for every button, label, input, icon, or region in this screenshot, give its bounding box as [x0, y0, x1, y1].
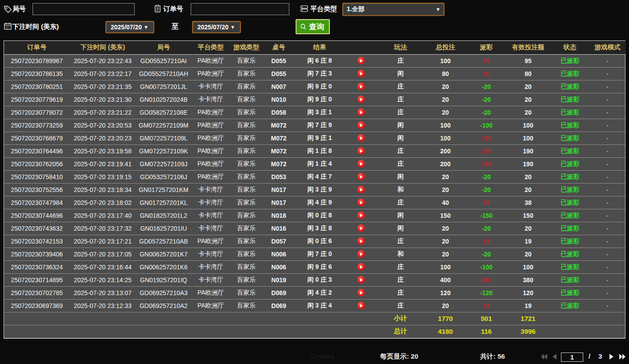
- cell-bet-time: 2025-07-20 23:17:40: [70, 209, 136, 222]
- game-no-input[interactable]: [32, 3, 135, 15]
- cell-play: [345, 196, 377, 209]
- search-button[interactable]: 查询: [296, 19, 330, 34]
- cell-bet-time: 2025-07-20 23:21:30: [70, 93, 136, 106]
- play-video-icon[interactable]: [357, 250, 365, 258]
- cell-game-no: GN006257201K6: [136, 260, 192, 273]
- play-video-icon[interactable]: [357, 289, 365, 296]
- cell-payout: -100: [467, 260, 505, 273]
- last-page-icon[interactable]: [619, 353, 626, 359]
- play-video-icon[interactable]: [357, 70, 365, 77]
- play-video-icon[interactable]: [357, 121, 365, 129]
- calendar-icon: [4, 22, 12, 30]
- cell-game-type: 百家乐: [230, 183, 263, 196]
- cell-bet-time: 2025-07-20 23:18:34: [70, 183, 136, 196]
- cell-status: 已派彩: [551, 196, 589, 209]
- cell-game-mode: -: [589, 80, 626, 93]
- page-number-input[interactable]: [561, 352, 583, 362]
- play-video-icon[interactable]: [357, 302, 365, 309]
- cell-order-no: 250720230752556: [4, 183, 70, 196]
- column-header: 状态: [551, 41, 589, 54]
- cell-result: 闲 4 庄 9: [295, 196, 345, 209]
- cell-valid-bet: 20: [505, 183, 551, 196]
- play-video-icon[interactable]: [357, 263, 365, 271]
- next-page-icon[interactable]: [609, 353, 614, 359]
- cell-bet-type: 闲: [377, 222, 424, 235]
- cell-bet-type: 和: [377, 248, 424, 260]
- play-video-icon[interactable]: [357, 186, 365, 193]
- play-video-icon[interactable]: [357, 224, 365, 232]
- cell-order-no: 250720230739406: [4, 248, 70, 260]
- cell-game-type: 百家乐: [230, 196, 263, 209]
- sum-label: 总计: [377, 325, 424, 338]
- cell-payout: -20: [467, 248, 505, 260]
- cell-order-no: 250720230697369: [4, 299, 70, 312]
- cell-platform: PA欧洲厅: [192, 299, 230, 312]
- cell-result: 闲 6 庄 8: [295, 54, 345, 67]
- order-no-input[interactable]: [191, 3, 289, 15]
- cell-bet-time: 2025-07-20 23:13:07: [70, 286, 136, 299]
- cell-status: 已派彩: [551, 119, 589, 132]
- cell-game-no: GN017257201KM: [136, 183, 192, 196]
- cell-game-type: 百家乐: [230, 273, 263, 286]
- date-from-picker[interactable]: 2025/07/20 ▼: [105, 21, 154, 33]
- cell-status: 已派彩: [551, 286, 589, 299]
- cell-play: [345, 80, 377, 93]
- column-header: 平台类型: [192, 41, 230, 54]
- prev-page-icon[interactable]: [552, 353, 557, 359]
- play-video-icon[interactable]: [357, 237, 365, 245]
- cell-game-mode: -: [589, 106, 626, 119]
- cell-order-no: 250720230762056: [4, 157, 70, 170]
- cell-game-no: GD0582572108E: [136, 106, 192, 119]
- cell-valid-bet: 95: [505, 54, 551, 67]
- cell-table-no: D069: [263, 286, 295, 299]
- cell-result: 闲 3 庄 8: [295, 222, 345, 235]
- cell-valid-bet: 80: [505, 67, 551, 80]
- play-video-icon[interactable]: [357, 147, 365, 155]
- cell-bet-type: 庄: [377, 54, 424, 67]
- cell-total-bet: 20: [424, 80, 467, 93]
- cell-platform: PA欧洲厅: [192, 106, 230, 119]
- play-video-icon[interactable]: [357, 173, 365, 180]
- play-video-icon[interactable]: [357, 199, 365, 206]
- filter-toolbar: 局号 订单号 平台类型 1.全部 ▼ 下注时间 (美东) 2025/07/20 …: [0, 0, 629, 40]
- cell-game-no: GD0532572106J: [136, 170, 192, 183]
- grand-total-row: 总计41801163996: [4, 325, 626, 338]
- cell-total-bet: 20: [424, 170, 467, 183]
- cell-table-no: D053: [263, 170, 295, 183]
- cell-valid-bet: 100: [505, 132, 551, 144]
- cell-bet-type: 闲: [377, 119, 424, 132]
- cell-order-no: 250720230744696: [4, 209, 70, 222]
- cell-game-type: 百家乐: [230, 157, 263, 170]
- cell-result: 闲 1 庄 4: [295, 157, 345, 170]
- cell-table-no: D057: [263, 235, 295, 248]
- table-row: 2507202307027852025-07-20 23:13:07GD0692…: [4, 286, 626, 299]
- cell-game-no: GN019257201IQ: [136, 273, 192, 286]
- play-video-icon[interactable]: [357, 96, 365, 103]
- play-video-icon[interactable]: [357, 160, 365, 168]
- play-video-icon[interactable]: [357, 108, 365, 116]
- cell-game-mode: -: [589, 144, 626, 157]
- cell-play: [345, 144, 377, 157]
- play-video-icon[interactable]: [357, 83, 365, 90]
- play-video-icon[interactable]: [357, 134, 365, 142]
- play-video-icon[interactable]: [357, 212, 365, 219]
- cell-status: 已派彩: [551, 80, 589, 93]
- cell-bet-type: 庄: [377, 273, 424, 286]
- play-video-icon[interactable]: [357, 276, 365, 284]
- cell-valid-bet: 190: [505, 157, 551, 170]
- first-page-icon[interactable]: [541, 353, 548, 359]
- play-video-icon[interactable]: [357, 57, 365, 64]
- cell-payout: -20: [467, 93, 505, 106]
- cell-status: 已派彩: [551, 132, 589, 144]
- cell-table-no: N017: [263, 183, 295, 196]
- cell-order-no: 250720230773259: [4, 119, 70, 132]
- date-to-separator: 至: [172, 22, 179, 32]
- cell-result: 闲 7 庄 0: [295, 248, 345, 260]
- cell-play: [345, 132, 377, 144]
- cell-game-mode: -: [589, 248, 626, 260]
- cell-play: [345, 183, 377, 196]
- date-to-picker[interactable]: 2025/07/20 ▼: [192, 21, 241, 33]
- cell-table-no: M072: [263, 144, 295, 157]
- cell-game-type: 百家乐: [230, 299, 263, 312]
- platform-type-select[interactable]: 1.全部 ▼: [342, 3, 445, 16]
